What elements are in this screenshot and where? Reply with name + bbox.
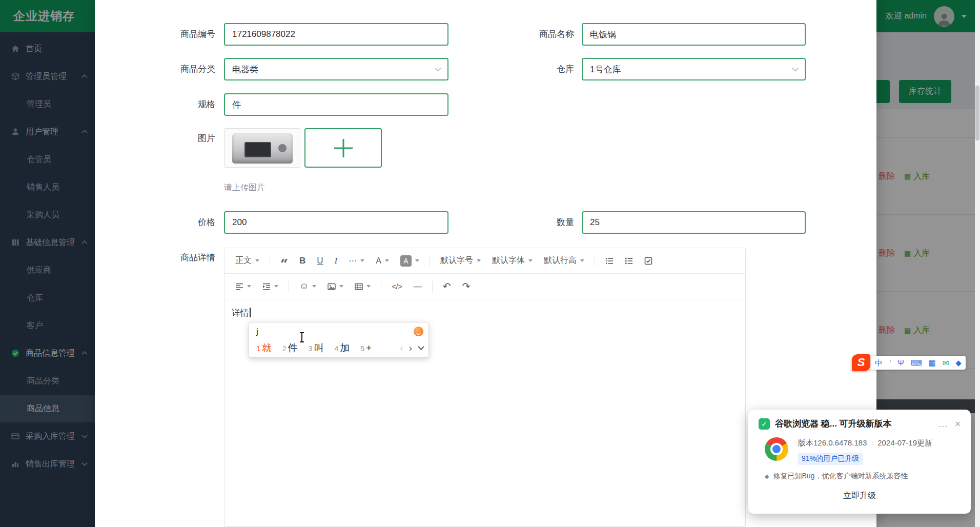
emoji-icon: ☺	[299, 281, 309, 292]
category-select[interactable]: 电器类	[224, 58, 448, 80]
italic-button[interactable]: I	[329, 252, 343, 270]
chevron-down-icon	[312, 285, 316, 288]
keyboard-icon[interactable]: ⌨	[911, 359, 922, 367]
more-options-icon[interactable]: …	[938, 419, 948, 429]
chinese-mode-icon[interactable]: 中	[875, 359, 883, 367]
close-icon[interactable]: ×	[955, 419, 961, 429]
update-date-text: 2024-07-19更新	[877, 438, 932, 448]
ordered-list-icon	[625, 257, 633, 265]
warehouse-label: 仓库	[483, 58, 574, 80]
font-color-button[interactable]: A	[370, 252, 395, 270]
selected-value: 1号仓库	[590, 64, 621, 75]
indent-icon	[262, 282, 271, 291]
editor-toolbar-row-2: ☺ </> — ↶ ↷	[224, 274, 745, 299]
warehouse-select[interactable]: 1号仓库	[582, 58, 806, 80]
font-color-icon: A	[376, 256, 381, 266]
underline-button[interactable]: U	[311, 252, 329, 270]
expand-icon[interactable]	[418, 343, 424, 350]
more-tools-icon[interactable]: ◆	[955, 359, 962, 367]
chevron-down-icon	[255, 259, 259, 262]
chevron-down-icon	[274, 285, 278, 288]
line-height-button[interactable]: 默认行高	[538, 252, 590, 270]
upgrade-now-button[interactable]: 立即升级	[759, 488, 961, 504]
bullet-list-icon	[605, 257, 614, 265]
image-icon	[328, 282, 336, 291]
update-badge-icon: ✓	[759, 418, 770, 430]
prev-page-icon[interactable]: ‹	[400, 342, 403, 354]
price-label: 价格	[126, 211, 215, 234]
candidate-text: +	[366, 342, 372, 353]
font-size-button[interactable]: 默认字号	[435, 252, 486, 270]
selected-value: 电器类	[232, 64, 258, 75]
ime-candidate-2[interactable]: 2件	[282, 341, 298, 355]
chevron-down-icon	[247, 285, 251, 288]
more-styles-button[interactable]: ⋯	[343, 252, 370, 270]
chrome-update-notification: ✓ 谷歌浏览器 稳... 可升级新版本 … × 版本126.0.6478.183…	[748, 410, 971, 514]
emoji-button[interactable]: ☺	[294, 277, 322, 296]
next-page-icon[interactable]: ›	[409, 342, 412, 354]
code-block-button[interactable]: </>	[386, 277, 407, 296]
product-no-input[interactable]	[224, 23, 448, 46]
divider-button[interactable]: —	[408, 277, 427, 296]
text-caret	[250, 308, 251, 317]
scrollbar-track[interactable]	[975, 0, 980, 527]
toolbar-separator	[432, 281, 433, 292]
chevron-down-icon	[415, 259, 419, 262]
align-left-icon	[235, 282, 243, 291]
redo-button[interactable]: ↷	[457, 277, 476, 296]
chevron-down-icon	[528, 259, 533, 262]
sogou-emoji-icon[interactable]	[414, 327, 423, 336]
ordered-list-button[interactable]	[619, 252, 639, 270]
spec-input[interactable]	[224, 93, 448, 116]
product-name-input[interactable]	[582, 23, 806, 46]
ime-candidate-1[interactable]: 1就	[256, 341, 272, 355]
candidate-index: 1	[256, 344, 260, 353]
ime-candidate-3[interactable]: 3叫	[309, 341, 324, 355]
category-label: 商品分类	[126, 58, 215, 80]
paragraph-style-button[interactable]: 正文	[230, 252, 265, 270]
mic-icon[interactable]: Ψ	[897, 359, 904, 367]
scrollbar-thumb[interactable]	[975, 86, 979, 140]
sogou-icon-bar: 中 ’ Ψ ⌨ ▦ ✉ ◆	[868, 356, 966, 370]
punctuation-icon[interactable]: ’	[889, 359, 891, 367]
plus-icon	[342, 139, 344, 157]
ime-candidate-5[interactable]: 5+	[360, 342, 372, 354]
sogou-ime-toolbar: S 中 ’ Ψ ⌨ ▦ ✉ ◆	[852, 354, 966, 371]
insert-table-button[interactable]	[349, 277, 376, 296]
chevron-down-icon	[435, 65, 441, 72]
checkbox-icon	[644, 257, 652, 265]
chevron-down-icon	[385, 259, 389, 262]
toolbar-separator	[430, 255, 430, 267]
bg-color-icon: A	[400, 255, 412, 267]
diamond-bullet-icon: ◆	[765, 473, 769, 480]
chevron-down-icon	[366, 285, 371, 288]
upload-image-button[interactable]	[304, 128, 382, 168]
bullet-list-button[interactable]	[600, 252, 619, 270]
toolbox-icon[interactable]: ▦	[929, 359, 936, 367]
editor-toolbar-row-1: 正文 “ B U I ⋯ A A 默认字号	[224, 248, 745, 274]
insert-image-button[interactable]	[322, 277, 349, 296]
font-family-button[interactable]: 默认字体	[486, 252, 538, 270]
candidate-index: 5	[360, 344, 364, 353]
bold-button[interactable]: B	[294, 252, 311, 270]
message-icon[interactable]: ✉	[943, 359, 949, 367]
bg-color-button[interactable]: A	[395, 252, 425, 270]
candidate-index: 3	[309, 344, 313, 353]
ime-candidate-4[interactable]: 4加	[334, 341, 350, 355]
sogou-logo-letter: S	[858, 356, 865, 369]
quote-button[interactable]: “	[275, 252, 294, 270]
product-name-label: 商品名称	[483, 23, 574, 46]
table-icon	[355, 282, 363, 291]
indent-button[interactable]	[257, 277, 284, 296]
product-image-thumbnail[interactable]	[224, 128, 300, 168]
sogou-logo-icon[interactable]: S	[852, 354, 870, 371]
mouse-cursor	[299, 332, 304, 342]
price-input[interactable]	[224, 211, 448, 234]
quantity-label: 数量	[483, 211, 574, 234]
align-button[interactable]	[230, 277, 257, 296]
undo-button[interactable]: ↶	[437, 277, 457, 296]
todo-list-button[interactable]	[639, 252, 658, 270]
candidate-text: 叫	[314, 342, 323, 353]
quantity-input[interactable]	[582, 211, 806, 234]
version-separator	[872, 440, 872, 447]
